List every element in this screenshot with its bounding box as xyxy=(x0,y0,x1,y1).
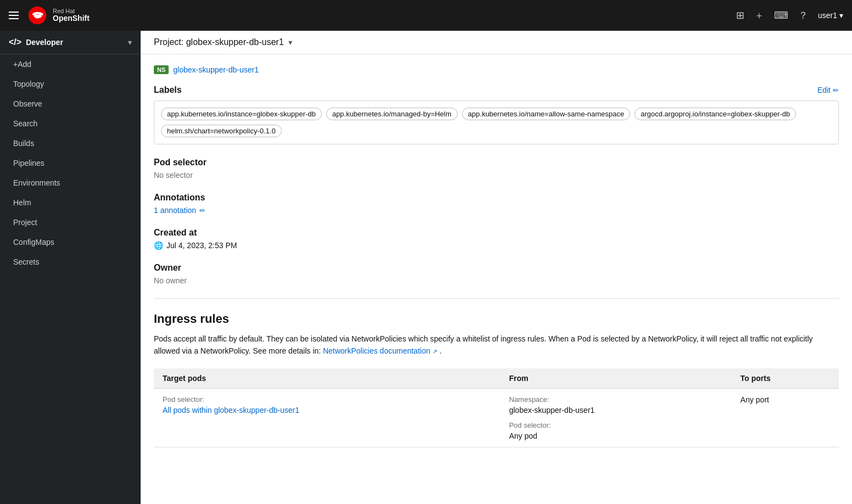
col-to-ports: To ports xyxy=(732,368,839,389)
sidebar: </> Developer ▾ +Add Topology Observe Se… xyxy=(0,31,141,504)
sidebar-item-builds[interactable]: Builds xyxy=(0,133,141,153)
pod-selector-title: Pod selector xyxy=(154,158,839,167)
redhat-logo-icon xyxy=(27,5,47,25)
sidebar-item-secrets[interactable]: Secrets xyxy=(0,252,141,272)
project-title: Project: globex-skupper-db-user1 xyxy=(154,37,284,47)
from-namespace-block: Namespace: globex-skupper-db-user1 xyxy=(509,395,723,415)
sidebar-developer-label-group: </> Developer xyxy=(9,37,63,47)
help-icon[interactable]: ？ xyxy=(798,9,808,22)
top-navigation: Red Hat OpenShift ⊞ ＋ ⌨ ？ user1 ▾ xyxy=(0,0,852,31)
sidebar-item-observe[interactable]: Observe xyxy=(0,94,141,114)
from-pod-selector-block: Pod selector: Any pod xyxy=(509,421,723,440)
edit-label-text: Edit xyxy=(817,86,831,94)
terminal-icon[interactable]: ⌨ xyxy=(774,9,788,21)
main-layout: </> Developer ▾ +Add Topology Observe Se… xyxy=(0,31,852,504)
ns-link[interactable]: globex-skupper-db-user1 xyxy=(173,65,259,74)
user-chevron-icon: ▾ xyxy=(839,11,843,20)
owner-section: Owner No owner xyxy=(154,263,839,285)
external-link-icon xyxy=(432,346,437,355)
project-header-bar: Project: globex-skupper-db-user1 ▾ xyxy=(141,31,852,54)
namespace-badge-row: NS globex-skupper-db-user1 xyxy=(154,65,839,74)
sidebar-item-topology[interactable]: Topology xyxy=(0,74,141,94)
topnav-icons: ⊞ ＋ ⌨ ？ user1 ▾ xyxy=(736,9,843,22)
sidebar-developer-label: Developer xyxy=(26,38,63,47)
labels-container: app.kubernetes.io/instance=globex-skuppe… xyxy=(154,100,839,144)
table-row: Pod selector: All pods within globex-sku… xyxy=(154,388,839,447)
globe-icon xyxy=(154,241,163,250)
sidebar-item-helm[interactable]: Helm xyxy=(0,193,141,212)
main-content: Project: globex-skupper-db-user1 ▾ NS gl… xyxy=(141,31,852,504)
label-tag-2: app.kubernetes.io/name=allow-same-namesp… xyxy=(462,108,630,120)
content-area: NS globex-skupper-db-user1 Labels Edit a… xyxy=(141,54,852,504)
created-at-title: Created at xyxy=(154,228,839,238)
created-at-row: Jul 4, 2023, 2:53 PM xyxy=(154,241,839,250)
ingress-rules-table: Target pods From To ports Pod selector: … xyxy=(154,368,839,447)
add-plus-icon[interactable]: ＋ xyxy=(754,9,764,22)
brand-text: Red Hat OpenShift xyxy=(53,8,90,23)
networkpolicies-doc-link[interactable]: NetworkPolicies documentation xyxy=(323,346,439,355)
sidebar-item-add[interactable]: +Add xyxy=(0,54,141,74)
table-body: Pod selector: All pods within globex-sku… xyxy=(154,388,839,447)
code-icon: </> xyxy=(9,37,21,47)
ns-badge: NS xyxy=(154,65,169,74)
owner-title: Owner xyxy=(154,263,839,273)
ingress-rules-title: Ingress rules xyxy=(154,312,839,326)
table-header: Target pods From To ports xyxy=(154,368,839,389)
ingress-description: Pods accept all traffic by default. They… xyxy=(154,333,839,357)
labels-section-header: Labels Edit xyxy=(154,85,839,95)
sidebar-developer-section[interactable]: </> Developer ▾ xyxy=(0,31,141,54)
created-at-section: Created at Jul 4, 2023, 2:53 PM xyxy=(154,228,839,250)
col-target-pods: Target pods xyxy=(154,368,500,389)
sidebar-item-configmaps[interactable]: ConfigMaps xyxy=(0,232,141,252)
user-menu[interactable]: user1 ▾ xyxy=(818,11,843,20)
from-namespace-label: Namespace: xyxy=(509,395,723,404)
sidebar-item-project[interactable]: Project xyxy=(0,212,141,232)
pencil-icon xyxy=(833,86,839,94)
brand-logo: Red Hat OpenShift xyxy=(27,5,90,25)
from-pod-selector-value: Any pod xyxy=(509,432,723,440)
user-name-label: user1 xyxy=(818,11,837,20)
annotation-pencil-icon xyxy=(199,206,205,215)
from-pod-selector-label: Pod selector: xyxy=(509,421,723,429)
hamburger-menu-button[interactable] xyxy=(9,12,19,19)
ingress-rules-section: Ingress rules Pods accept all traffic by… xyxy=(154,312,839,447)
annotations-section: Annotations 1 annotation xyxy=(154,193,839,215)
to-ports-value: Any port xyxy=(740,395,769,404)
from-cell: Namespace: globex-skupper-db-user1 Pod s… xyxy=(500,388,732,447)
section-divider xyxy=(154,298,839,299)
sidebar-nav: +Add Topology Observe Search Builds Pipe… xyxy=(0,54,141,272)
label-tag-3: argocd.argoproj.io/instance=globex-skupp… xyxy=(634,108,796,120)
apps-grid-icon[interactable]: ⊞ xyxy=(736,9,744,21)
brand-line2: OpenShift xyxy=(53,14,90,23)
label-tag-1: app.kubernetes.io/managed-by=Helm xyxy=(326,108,458,120)
col-from: From xyxy=(500,368,732,389)
from-namespace-value: globex-skupper-db-user1 xyxy=(509,406,723,415)
pod-selector-value: No selector xyxy=(154,171,839,180)
target-pods-cell: Pod selector: All pods within globex-sku… xyxy=(154,388,500,447)
project-dropdown-icon[interactable]: ▾ xyxy=(288,38,292,47)
label-tag-0: app.kubernetes.io/instance=globex-skuppe… xyxy=(161,108,322,120)
target-pod-selector-label: Pod selector: xyxy=(163,395,492,404)
sidebar-item-environments[interactable]: Environments xyxy=(0,173,141,193)
annotation-link-text: 1 annotation xyxy=(154,206,196,215)
labels-edit-button[interactable]: Edit xyxy=(817,86,839,94)
sidebar-chevron-icon: ▾ xyxy=(128,38,132,47)
created-at-value: Jul 4, 2023, 2:53 PM xyxy=(166,241,237,250)
labels-title: Labels xyxy=(154,85,182,95)
annotations-title: Annotations xyxy=(154,193,839,203)
label-tag-4: helm.sh/chart=networkpolicy-0.1.0 xyxy=(161,125,282,137)
pod-selector-section: Pod selector No selector xyxy=(154,158,839,180)
sidebar-item-search[interactable]: Search xyxy=(0,114,141,133)
target-pod-link[interactable]: All pods within globex-skupper-db-user1 xyxy=(163,406,299,415)
owner-value: No owner xyxy=(154,276,839,285)
to-ports-cell: Any port xyxy=(732,388,839,447)
sidebar-item-pipelines[interactable]: Pipelines xyxy=(0,153,141,173)
labels-section: Labels Edit app.kubernetes.io/instance=g… xyxy=(154,85,839,144)
annotations-link[interactable]: 1 annotation xyxy=(154,206,839,215)
